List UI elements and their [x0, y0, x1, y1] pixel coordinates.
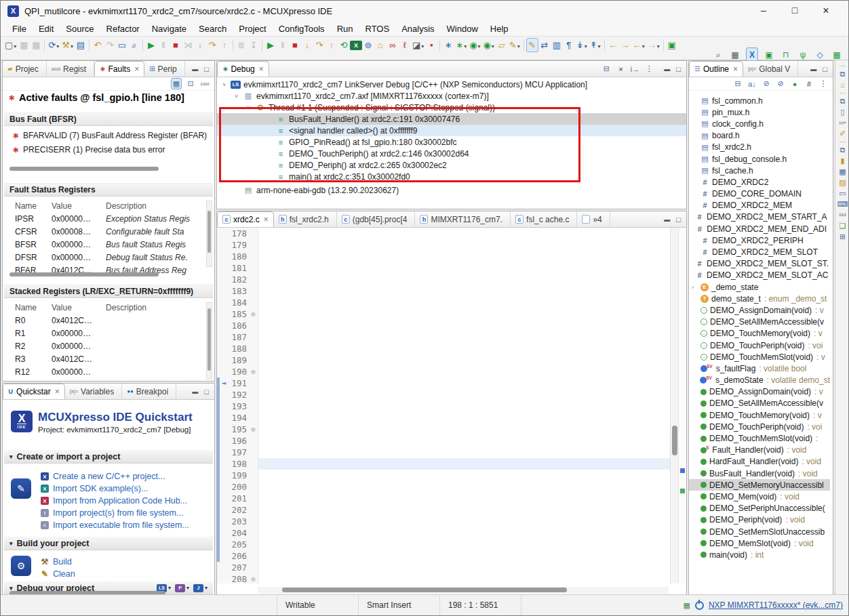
fold-icon[interactable]	[249, 401, 258, 412]
fault-item[interactable]: ∗ PRECISERR (1) Precise data bus error	[12, 142, 212, 157]
maximize-view-icon[interactable]	[823, 65, 827, 73]
new-editor-icon[interactable]: ▣	[666, 38, 678, 52]
fold-icon[interactable]	[249, 550, 258, 562]
disconnect-icon[interactable]: ⋊	[182, 38, 194, 52]
open-perspective-icon[interactable]: ▦	[729, 47, 741, 62]
tab-registers[interactable]: 1010 Regist	[47, 61, 94, 77]
outline-item[interactable]: SV s_demoState : volatile demo_st	[689, 375, 830, 386]
table-row[interactable]: IPSR 0x00000… Exception Status Regis	[4, 212, 203, 225]
chevron-down-icon[interactable]: ˅	[247, 104, 255, 111]
close-button[interactable]	[810, 5, 842, 17]
console-icon[interactable]: ▭	[116, 38, 128, 52]
search-glass-icon[interactable]: ⌕	[128, 38, 140, 52]
separator[interactable]	[142, 39, 143, 52]
outline-item[interactable]: # DEMO_XRDC2_MEM_SLOT	[689, 246, 830, 258]
pins-perspective-icon[interactable]: ⊓	[780, 47, 792, 62]
global-variables-view-icon[interactable]: (x)=	[835, 117, 849, 128]
outline-item[interactable]: ▤ board.h	[689, 130, 830, 142]
outline-item[interactable]: ▤ fsl_cache.h	[689, 165, 830, 176]
peripherals-perspective-icon[interactable]: ψ	[797, 47, 809, 62]
drag-handle[interactable]: ┄┄	[835, 90, 849, 96]
fold-icon[interactable]	[249, 377, 258, 389]
collapse-all-icon[interactable]: ⊟	[732, 78, 743, 89]
fold-icon[interactable]	[249, 251, 258, 262]
tab-fsl-cache-c[interactable]: c fsl_c ache.c	[511, 211, 577, 227]
debug-tree-row[interactable]: ≡ DEMO_Periph() at xrdc2.c:265 0x30002ec…	[217, 159, 686, 171]
tab-global-variables[interactable]: (x)= Global V	[743, 61, 798, 77]
v-scrollbar-thumb[interactable]	[208, 308, 211, 371]
console-view-icon[interactable]: ▭	[835, 188, 849, 199]
fold-icon[interactable]	[249, 527, 258, 539]
quickstart-link[interactable]: X Import SDK example(s)...	[41, 482, 212, 495]
resume-icon[interactable]: ▶	[145, 38, 157, 52]
mark-occurrences-icon[interactable]: ✎	[526, 38, 538, 52]
run-menu-icon[interactable]: ◉	[468, 38, 481, 52]
outline-item[interactable]: T demo_state_t : enum _demo_st	[689, 293, 830, 304]
outline-item[interactable]: DEMO_TouchPeriph(void) : voi	[689, 421, 830, 432]
chevron-down-icon[interactable]: ˅	[222, 81, 231, 88]
separator[interactable]	[604, 39, 605, 52]
launch-config-icon[interactable]: ⟳	[47, 38, 60, 52]
debug-tree-row[interactable]: ˅ ▥ evkmimxrt1170_xrdc2_cm7.axf [MIMXRT1…	[217, 90, 686, 102]
ide-terminate-icon[interactable]: X	[350, 41, 362, 50]
terminal-view-icon[interactable]: ⌨	[835, 199, 849, 209]
chevron-down-icon[interactable]: ˅	[235, 93, 243, 100]
forward-history-icon[interactable]: →	[646, 38, 661, 52]
boot-icon[interactable]: ℓ	[399, 38, 411, 52]
maximize-view-icon[interactable]	[204, 65, 209, 73]
outline-item[interactable]: # DEMO_XRDC2_MEM_START_A	[689, 211, 830, 223]
fold-icon[interactable]	[249, 239, 258, 251]
prev-annotation-icon[interactable]: ↟	[589, 38, 602, 52]
table-row[interactable]: R2 0x00000…	[4, 340, 203, 352]
separator[interactable]	[233, 39, 233, 52]
annotations-icon[interactable]: ▥	[551, 38, 563, 52]
debug-tree-row[interactable]: ≡ <signal handler called>() at 0xfffffff…	[217, 125, 686, 136]
fold-icon[interactable]	[249, 516, 258, 527]
separator[interactable]	[44, 39, 45, 52]
erase-icon[interactable]: ◪	[411, 38, 425, 52]
hash-filter-icon[interactable]: #	[804, 78, 814, 89]
outline-item[interactable]: main(void) : int	[689, 549, 830, 560]
table-row[interactable]: CFSR 0x00008… Configurable fault Sta	[4, 225, 203, 238]
home-icon[interactable]: ⌂	[374, 38, 387, 52]
separator[interactable]	[524, 39, 524, 52]
menu-project[interactable]: Project	[233, 22, 272, 35]
outline-item[interactable]: ▤ pin_mux.h	[689, 106, 830, 118]
tab-fsl-xrdc2-h[interactable]: h fsl_xrdc2.h	[274, 211, 337, 227]
table-view-icon[interactable]: ▦	[835, 166, 849, 177]
save-all-icon[interactable]: ▦	[30, 38, 42, 52]
step-over-icon[interactable]: ↷	[206, 38, 218, 52]
fold-icon[interactable]	[249, 285, 258, 297]
restore-view-icon[interactable]: ⧉	[835, 68, 849, 79]
outline-item[interactable]: DEMO_TouchMemory(void) : v	[689, 409, 830, 421]
fold-icon[interactable]	[249, 412, 258, 424]
debug-tree-row[interactable]: ≡ main() at xrdc2.c:351 0x30002fd0	[217, 171, 686, 182]
resume-all-icon[interactable]: ▶	[264, 38, 277, 52]
menu-search[interactable]: Search	[193, 22, 233, 35]
menu-edit[interactable]: Edit	[33, 22, 60, 35]
fold-icon[interactable]: ⊖	[249, 573, 258, 583]
copy-icon[interactable]: ⊡	[185, 78, 196, 89]
menu-window[interactable]: Window	[441, 22, 484, 35]
code-editor[interactable]: 178 while (1) 179	[217, 228, 670, 583]
fold-icon[interactable]	[249, 274, 258, 285]
suspend-icon[interactable]: ‖	[157, 38, 170, 52]
debug-tree-row[interactable]: ≡ GPIO_PinRead() at fsl_gpio.h:180 0x300…	[217, 136, 686, 148]
fold-icon[interactable]	[249, 435, 258, 447]
build-icon[interactable]: ⚒	[60, 38, 75, 52]
registers-perspective-icon[interactable]: ▦	[831, 47, 843, 62]
suspend-all-icon[interactable]: ‖	[277, 38, 289, 52]
close-icon[interactable]	[54, 387, 60, 396]
quickstart-link[interactable]: ✎ Clean	[41, 568, 212, 580]
save-icon[interactable]: ▦	[18, 38, 30, 52]
annotation-mark[interactable]	[680, 489, 685, 493]
sort-icon[interactable]: a↓	[747, 78, 757, 89]
v-scrollbar-thumb[interactable]	[208, 211, 211, 253]
grid-view-icon[interactable]: ▦	[171, 78, 182, 89]
close-icon[interactable]	[732, 64, 738, 74]
outline-item[interactable]: ▤ fsl_common.h	[689, 95, 830, 106]
fold-icon[interactable]: ⊖	[249, 366, 258, 377]
menu-navigate[interactable]: Navigate	[146, 22, 193, 35]
tab-mimxrt1176-cm7[interactable]: h MIMXRT1176_cm7.	[415, 211, 511, 227]
hide-static-icon[interactable]: ⊘	[775, 78, 786, 89]
